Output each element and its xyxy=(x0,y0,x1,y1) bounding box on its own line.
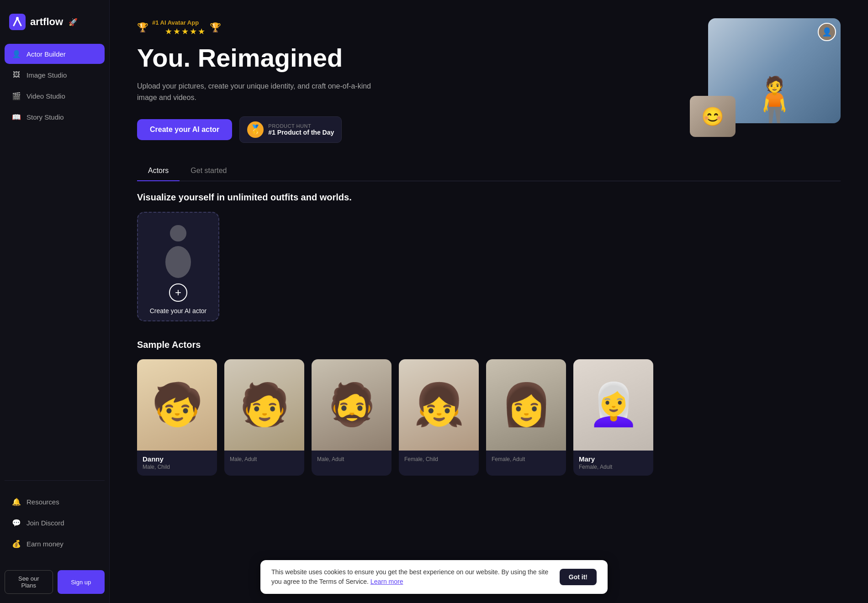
ph-label: PRODUCT HUNT xyxy=(268,123,334,129)
rocket-icon: 🚀 xyxy=(69,18,78,26)
sidebar-item-join-discord[interactable]: 💬 Join Discord xyxy=(5,513,105,533)
ph-info: PRODUCT HUNT #1 Product of the Day xyxy=(268,123,334,136)
laurel-right-icon: 🏆 xyxy=(210,22,221,33)
hero-images: 👤 🧍 😊 xyxy=(694,18,841,137)
actor-image: 👩‍🦳 xyxy=(573,359,653,451)
actor-card[interactable]: 👩‍🦳 Mary Female, Adult xyxy=(573,359,653,476)
sidebar-bottom-nav: 🔔 Resources 💬 Join Discord 💰 Earn money xyxy=(0,487,109,563)
add-icon: + xyxy=(169,283,187,302)
sidebar-label-earn-money: Earn money xyxy=(26,540,64,548)
create-actor-hero-button[interactable]: Create your AI actor xyxy=(137,119,232,140)
sidebar-label-video-studio: Video Studio xyxy=(26,92,65,100)
cookie-learn-more-link[interactable]: Learn more xyxy=(370,578,403,585)
sign-up-button[interactable]: Sign up xyxy=(58,570,105,594)
actor-card[interactable]: 🧔 Male, Adult xyxy=(312,359,392,476)
star-rating: ★★★★★ xyxy=(165,26,206,37)
tab-actors[interactable]: Actors xyxy=(137,161,180,181)
product-hunt-badge: 🥇 PRODUCT HUNT #1 Product of the Day xyxy=(239,116,342,143)
actor-desc: Male, Adult xyxy=(230,456,299,462)
hero-section: 🏆 #1 AI Avatar App ★★★★★ 🏆 You. Reimagin… xyxy=(137,18,841,143)
earn-money-icon: 💰 xyxy=(12,539,21,548)
visualize-title: Visualize yourself in unlimited outfits … xyxy=(137,192,841,203)
sidebar-label-actor-builder: Actor Builder xyxy=(26,50,66,58)
badge-text: #1 AI Avatar App xyxy=(152,19,199,26)
sidebar-footer-buttons: See our Plans Sign up xyxy=(0,563,109,594)
cookie-accept-button[interactable]: Got it! xyxy=(560,569,597,585)
sidebar-label-story-studio: Story Studio xyxy=(26,113,64,121)
actor-silhouette-icon xyxy=(158,219,199,278)
actor-info: Male, Adult xyxy=(312,451,392,468)
actor-info: Male, Adult xyxy=(224,451,304,468)
hero-small-image: 😊 xyxy=(690,96,736,137)
actor-info: Danny Male, Child xyxy=(137,451,217,476)
ph-medal-icon: 🥇 xyxy=(247,121,264,138)
svg-point-1 xyxy=(16,17,19,20)
actor-builder-icon: 👤 xyxy=(12,49,21,58)
sample-actors-section: Sample Actors 🧒 Danny Male, Child 🧑 Male… xyxy=(137,340,841,476)
actors-grid: 🧒 Danny Male, Child 🧑 Male, Adult 🧔 Male… xyxy=(137,359,841,476)
actor-image: 🧒 xyxy=(137,359,217,451)
actor-card[interactable]: 🧑 Male, Adult xyxy=(224,359,304,476)
actor-desc: Female, Adult xyxy=(579,464,648,470)
actor-card[interactable]: 👩 Female, Adult xyxy=(486,359,566,476)
sidebar: artflow 🚀 👤 Actor Builder 🖼 Image Studio… xyxy=(0,0,110,603)
actor-card[interactable]: 🧒 Danny Male, Child xyxy=(137,359,217,476)
actor-card[interactable]: 👧 Female, Child xyxy=(399,359,479,476)
laurel-left-icon: 🏆 xyxy=(137,22,148,33)
resources-icon: 🔔 xyxy=(12,497,21,506)
hero-title: You. Reimagined xyxy=(137,44,375,72)
cookie-text: This website uses cookies to ensure you … xyxy=(271,567,550,587)
tab-get-started[interactable]: Get started xyxy=(180,161,238,181)
sidebar-item-resources[interactable]: 🔔 Resources xyxy=(5,492,105,512)
create-actor-card[interactable]: + Create your AI actor xyxy=(137,212,219,321)
sidebar-label-join-discord: Join Discord xyxy=(26,519,64,527)
actor-image: 🧑 xyxy=(224,359,304,451)
sidebar-item-image-studio[interactable]: 🖼 Image Studio xyxy=(5,65,105,85)
image-studio-icon: 🖼 xyxy=(12,70,21,79)
actor-desc: Male, Child xyxy=(143,464,212,470)
ph-title: #1 Product of the Day xyxy=(268,129,334,136)
actor-desc: Male, Adult xyxy=(317,456,386,462)
sidebar-item-story-studio[interactable]: 📖 Story Studio xyxy=(5,107,105,127)
see-plans-button[interactable]: See our Plans xyxy=(5,570,53,594)
actor-image: 🧔 xyxy=(312,359,392,451)
main-nav: 👤 Actor Builder 🖼 Image Studio 🎬 Video S… xyxy=(0,44,109,474)
sidebar-label-image-studio: Image Studio xyxy=(26,71,67,79)
actor-desc: Female, Adult xyxy=(492,456,561,462)
hero-badge: 🏆 #1 AI Avatar App ★★★★★ 🏆 xyxy=(137,18,375,37)
create-actor-label: Create your AI actor xyxy=(150,307,207,315)
actor-image: 👩 xyxy=(486,359,566,451)
story-studio-icon: 📖 xyxy=(12,112,21,121)
svg-point-2 xyxy=(170,225,186,241)
video-studio-icon: 🎬 xyxy=(12,91,21,100)
actor-info: Mary Female, Adult xyxy=(573,451,653,476)
sidebar-label-resources: Resources xyxy=(26,498,59,506)
svg-point-3 xyxy=(165,246,191,278)
nav-divider xyxy=(5,480,105,481)
content-tabs: ActorsGet started xyxy=(137,161,841,181)
main-content: 🏆 #1 AI Avatar App ★★★★★ 🏆 You. Reimagin… xyxy=(110,0,868,603)
artflow-logo-icon xyxy=(9,14,26,30)
actor-desc: Female, Child xyxy=(404,456,473,462)
logo: artflow 🚀 xyxy=(0,9,109,44)
hero-actions: Create your AI actor 🥇 PRODUCT HUNT #1 P… xyxy=(137,116,375,143)
actor-info: Female, Child xyxy=(399,451,479,468)
sample-actors-title: Sample Actors xyxy=(137,340,841,350)
app-name: artflow xyxy=(30,16,63,28)
hero-subtitle: Upload your pictures, create your unique… xyxy=(137,80,375,104)
actor-image: 👧 xyxy=(399,359,479,451)
cookie-banner: This website uses cookies to ensure you … xyxy=(260,560,608,594)
actor-name: Danny xyxy=(143,455,212,463)
hero-left: 🏆 #1 AI Avatar App ★★★★★ 🏆 You. Reimagin… xyxy=(137,18,375,143)
sidebar-item-video-studio[interactable]: 🎬 Video Studio xyxy=(5,86,105,106)
join-discord-icon: 💬 xyxy=(12,518,21,527)
sidebar-item-actor-builder[interactable]: 👤 Actor Builder xyxy=(5,44,105,64)
svg-rect-0 xyxy=(9,14,26,30)
cookie-message: This website uses cookies to ensure you … xyxy=(271,568,548,585)
actor-info: Female, Adult xyxy=(486,451,566,468)
hero-avatar-thumb: 👤 xyxy=(818,23,836,41)
sidebar-item-earn-money[interactable]: 💰 Earn money xyxy=(5,534,105,554)
actor-name: Mary xyxy=(579,455,648,463)
